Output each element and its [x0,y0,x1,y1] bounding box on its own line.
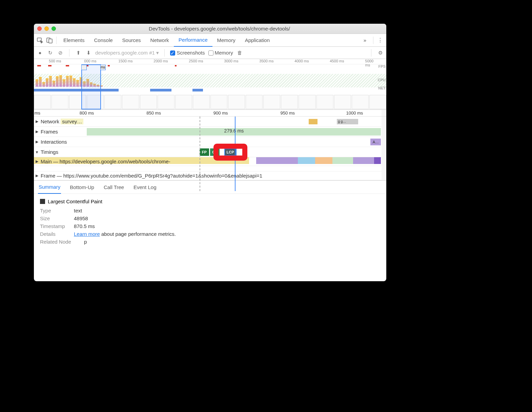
clear-icon[interactable]: ⊘ [57,50,64,56]
expand-icon[interactable]: ▶ [34,173,40,178]
memory-checkbox[interactable]: Memory [208,50,233,56]
color-swatch-icon [40,199,45,204]
expand-icon[interactable]: ▶ [34,159,40,164]
devtools-window: DevTools - developers.google.com/web/too… [34,24,386,281]
interaction-event[interactable]: A… [370,139,381,145]
tab-network[interactable]: Network [146,34,174,47]
track-interactions[interactable]: ▶ Interactions A… [34,137,386,147]
close-icon[interactable] [37,26,42,31]
ov-tick: 3500 ms [259,59,273,63]
tab-performance[interactable]: Performance [174,34,212,47]
det-tick: 1000 ms [346,110,363,116]
network-event[interactable] [309,119,318,124]
summary-key: Timestamp [40,223,70,229]
summary-val: 870.5 ms [74,223,95,229]
more-tabs-icon[interactable]: » [359,34,371,47]
tab-call-tree[interactable]: Call Tree [103,180,125,194]
expand-icon[interactable]: ▶ [34,129,40,134]
det-tick: 950 ms [280,110,295,116]
minimize-icon[interactable] [44,26,49,31]
devtools-tabs: Elements Console Sources Network Perform… [34,34,386,47]
ov-tick: 4000 ms [294,59,309,63]
svg-rect-2 [49,39,52,43]
track-network[interactable]: ▶ Network survey… g g… [34,117,386,127]
det-tick: 900 ms [213,110,228,116]
record-icon[interactable]: ● [37,50,43,56]
annotation-highlight-box [213,144,247,161]
network-event[interactable]: g g… [337,119,358,124]
ov-tick: 500 ms [49,59,61,63]
device-toggle-icon[interactable] [45,36,54,45]
tab-application[interactable]: Application [240,34,274,47]
det-tick: 850 ms [146,110,161,116]
track-frame[interactable]: ▶ Frame — https://www.youtube.com/embed/… [34,171,386,180]
summary-related-node[interactable]: p [84,239,87,245]
tab-console[interactable]: Console [89,34,118,47]
kebab-menu-icon[interactable]: ⋮ [375,36,385,45]
upload-icon[interactable]: ⬆ [75,50,82,56]
det-tick: 800 ms [80,110,94,116]
learn-more-link[interactable]: Learn more [74,231,100,237]
overview-selection[interactable]: ms [81,64,101,109]
selection-handle-right[interactable]: ms [100,65,106,70]
vertical-scrollbar[interactable] [382,117,386,180]
ov-tick: 2500 ms [189,59,203,63]
titlebar: DevTools - developers.google.com/web/too… [34,24,386,34]
timing-fp[interactable]: FP [200,148,209,156]
perf-toolbar: ● ↻ ⊘ ⬆ ⬇ developers.google.com #1 ▾ ✓Sc… [34,47,386,59]
profile-dropdown[interactable]: developers.google.com #1 ▾ [95,50,159,56]
flame-chart-tracks[interactable]: ▶ Network survey… g g… ▶ Frames 279.6 ms… [34,117,386,180]
tab-bottom-up[interactable]: Bottom-Up [69,180,95,194]
tab-elements[interactable]: Elements [59,34,89,47]
summary-key: Related Node [40,239,81,245]
selection-tabs: Summary Bottom-Up Call Tree Event Log [34,180,386,194]
zoom-icon[interactable] [52,26,56,31]
ov-tick: 000 ms [84,59,96,63]
summary-key: Details [40,231,70,237]
horizontal-scrollbar[interactable] [382,110,386,116]
inspect-icon[interactable] [35,36,45,45]
settings-icon[interactable]: ⚙ [377,50,384,56]
track-main[interactable]: ▶ Main — https://developers.google.com/w… [34,157,386,166]
ov-tick: 3000 ms [224,59,238,63]
track-frames[interactable]: ▶ Frames 279.6 ms [34,127,386,137]
summary-title: Largest Contentful Paint [48,199,102,204]
reload-icon[interactable]: ↻ [47,50,54,56]
collapse-icon[interactable]: ▼ [34,150,40,154]
ov-tick: 1500 ms [118,59,132,63]
tab-event-log[interactable]: Event Log [133,180,157,194]
track-spacer [34,166,386,171]
trash-icon[interactable]: 🗑 [237,50,243,56]
tab-sources[interactable]: Sources [118,34,146,47]
dashed-marker [200,117,200,191]
detail-ruler[interactable]: ms 800 ms 850 ms 900 ms 950 ms 1000 ms [34,110,386,117]
frame-duration: 279.6 ms [224,128,244,133]
summary-val: 48958 [74,215,88,221]
overview-ruler: 500 ms 000 ms 1500 ms 2000 ms 2500 ms 30… [34,59,386,64]
summary-details-text: about page performance metrics. [100,231,176,237]
tab-memory[interactable]: Memory [212,34,240,47]
summary-panel: Largest Contentful Paint Typetext Size48… [34,194,386,251]
selection-handle-left[interactable] [81,65,87,70]
overview-timeline[interactable]: 500 ms 000 ms 1500 ms 2000 ms 2500 ms 30… [34,59,386,110]
ov-tick: 2000 ms [154,59,168,63]
download-icon[interactable]: ⬇ [85,50,92,56]
det-tick: ms [35,110,40,116]
expand-icon[interactable]: ▶ [34,140,40,144]
track-timings[interactable]: ▼ Timings FP CP LCP [34,147,386,157]
screenshots-checkbox[interactable]: ✓Screenshots [170,50,205,56]
summary-key: Size [40,215,70,221]
window-title: DevTools - developers.google.com/web/too… [56,26,383,32]
summary-key: Type [40,208,70,213]
expand-icon[interactable]: ▶ [34,119,40,124]
ov-tick: 4500 ms [330,59,344,63]
tab-summary[interactable]: Summary [38,180,61,194]
summary-val: text [74,208,82,213]
